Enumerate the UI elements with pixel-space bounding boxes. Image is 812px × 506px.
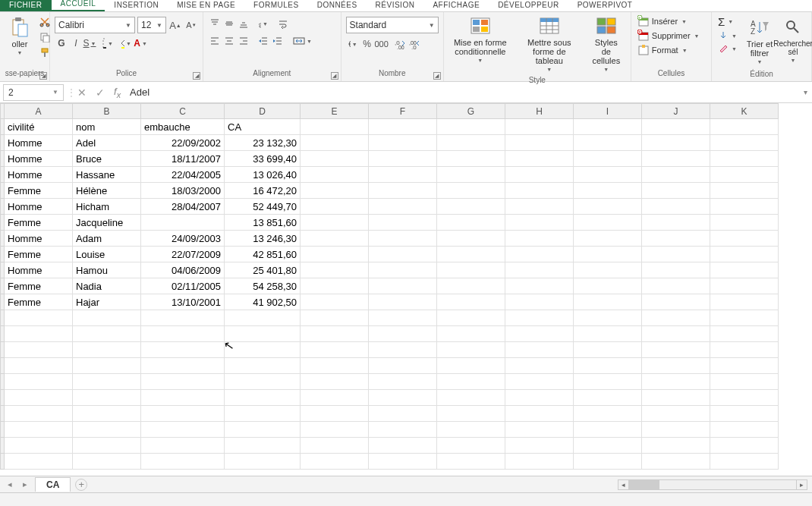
cell[interactable] bbox=[505, 247, 574, 262]
cell[interactable] bbox=[369, 438, 437, 454]
cell[interactable] bbox=[574, 151, 642, 167]
scroll-right-arrow[interactable]: ▸ bbox=[796, 480, 807, 489]
column-header[interactable]: D bbox=[225, 104, 301, 119]
cell[interactable]: 02/11/2005 bbox=[141, 278, 225, 294]
column-header[interactable]: F bbox=[369, 104, 437, 119]
cell[interactable]: Nadia bbox=[73, 278, 141, 294]
format-as-table-button[interactable]: Mettre sous forme de tableau▼ bbox=[514, 14, 585, 74]
cell[interactable] bbox=[710, 278, 779, 294]
column-header[interactable]: A bbox=[5, 104, 73, 119]
cell[interactable] bbox=[301, 374, 369, 390]
cell[interactable] bbox=[710, 438, 779, 454]
cell[interactable] bbox=[369, 454, 437, 470]
tab-view[interactable]: AFFICHAGE bbox=[423, 0, 489, 11]
cell[interactable] bbox=[710, 262, 779, 278]
cell[interactable] bbox=[437, 326, 505, 342]
cell[interactable] bbox=[225, 390, 301, 406]
cell[interactable] bbox=[574, 262, 642, 278]
cell[interactable] bbox=[642, 167, 710, 183]
spreadsheet-grid[interactable]: ABCDEFGHIJKciviliténomembaucheCAHommeAde… bbox=[0, 103, 812, 475]
cell[interactable] bbox=[642, 262, 710, 278]
cell[interactable] bbox=[369, 374, 437, 390]
cell[interactable]: Homme bbox=[5, 135, 73, 151]
cell[interactable] bbox=[301, 422, 369, 438]
tab-nav-next[interactable]: ▸ bbox=[20, 479, 30, 489]
cell[interactable]: 13 026,40 bbox=[225, 167, 301, 183]
column-header[interactable]: K bbox=[710, 104, 779, 119]
cell-styles-button[interactable]: Styles de cellules▼ bbox=[585, 14, 628, 74]
number-format-combo[interactable]: Standard▼ bbox=[346, 17, 439, 33]
tab-data[interactable]: DONNÉES bbox=[308, 0, 367, 11]
cell[interactable]: Bruce bbox=[73, 151, 141, 167]
tab-file[interactable]: FICHIER bbox=[0, 0, 52, 11]
cell[interactable] bbox=[73, 438, 141, 454]
cell[interactable] bbox=[437, 294, 505, 310]
decrease-font-button[interactable]: A▼ bbox=[184, 18, 198, 32]
cell[interactable] bbox=[73, 406, 141, 422]
cell[interactable]: 33 699,40 bbox=[225, 151, 301, 167]
cell[interactable] bbox=[301, 294, 369, 310]
merge-center-button[interactable]: ▼ bbox=[291, 34, 316, 48]
font-size-combo[interactable]: 12▼ bbox=[137, 17, 166, 33]
cell[interactable] bbox=[369, 422, 437, 438]
cell[interactable] bbox=[369, 231, 437, 247]
cell[interactable] bbox=[225, 406, 301, 422]
cell[interactable] bbox=[369, 151, 437, 167]
expand-formula-bar-button[interactable]: ▾ bbox=[798, 88, 812, 96]
cell[interactable] bbox=[301, 342, 369, 358]
font-color-button[interactable]: A▼ bbox=[134, 36, 148, 50]
align-middle-button[interactable] bbox=[222, 17, 236, 30]
sort-filter-button[interactable]: AZ Trier et filtrer▼ bbox=[741, 15, 778, 67]
cell[interactable] bbox=[369, 119, 437, 135]
cell[interactable] bbox=[301, 215, 369, 231]
fill-color-button[interactable]: ▼ bbox=[120, 36, 134, 50]
cell[interactable] bbox=[301, 247, 369, 262]
cell[interactable] bbox=[505, 215, 574, 231]
align-top-button[interactable] bbox=[208, 17, 222, 30]
cell[interactable] bbox=[437, 135, 505, 151]
cell[interactable]: Femme bbox=[5, 183, 73, 199]
cell[interactable] bbox=[505, 326, 574, 342]
cell[interactable] bbox=[437, 231, 505, 247]
cell[interactable] bbox=[5, 326, 73, 342]
cell[interactable]: 22/09/2002 bbox=[141, 135, 225, 151]
cell[interactable] bbox=[437, 183, 505, 199]
cell[interactable] bbox=[642, 358, 710, 374]
cell[interactable] bbox=[574, 135, 642, 151]
cell[interactable] bbox=[5, 390, 73, 406]
align-left-button[interactable] bbox=[208, 34, 222, 48]
underline-button[interactable]: S▼ bbox=[83, 36, 97, 50]
cell[interactable] bbox=[505, 199, 574, 215]
cell[interactable] bbox=[710, 374, 779, 390]
cell[interactable] bbox=[574, 167, 642, 183]
cell[interactable]: 25 401,80 bbox=[225, 262, 301, 278]
cell[interactable] bbox=[225, 438, 301, 454]
cell[interactable] bbox=[505, 358, 574, 374]
cell[interactable]: Femme bbox=[5, 215, 73, 231]
formula-input[interactable] bbox=[125, 85, 798, 100]
cell[interactable] bbox=[505, 438, 574, 454]
cell[interactable] bbox=[437, 406, 505, 422]
insert-cells-button[interactable]: +Insérer▼ bbox=[637, 15, 701, 27]
paste-button[interactable]: oller ▼ bbox=[5, 15, 35, 58]
conditional-format-button[interactable]: Mise en forme conditionnelle▼ bbox=[447, 14, 514, 65]
bold-button[interactable]: G bbox=[55, 36, 68, 50]
cell[interactable] bbox=[437, 247, 505, 262]
italic-button[interactable]: I bbox=[69, 36, 83, 50]
cell[interactable] bbox=[505, 310, 574, 326]
cell[interactable]: Hamou bbox=[73, 262, 141, 278]
increase-indent-button[interactable] bbox=[271, 34, 285, 48]
add-sheet-button[interactable]: + bbox=[75, 479, 87, 491]
cell[interactable] bbox=[141, 438, 225, 454]
cell[interactable] bbox=[505, 231, 574, 247]
cell[interactable]: 13 246,30 bbox=[225, 231, 301, 247]
cell[interactable] bbox=[369, 294, 437, 310]
delete-cells-button[interactable]: ×Supprimer▼ bbox=[637, 30, 701, 42]
cell[interactable]: 22/04/2005 bbox=[141, 167, 225, 183]
cell[interactable] bbox=[225, 422, 301, 438]
cell[interactable] bbox=[73, 374, 141, 390]
cell[interactable] bbox=[369, 278, 437, 294]
cell[interactable] bbox=[505, 374, 574, 390]
cell[interactable] bbox=[642, 310, 710, 326]
cell[interactable] bbox=[642, 326, 710, 342]
